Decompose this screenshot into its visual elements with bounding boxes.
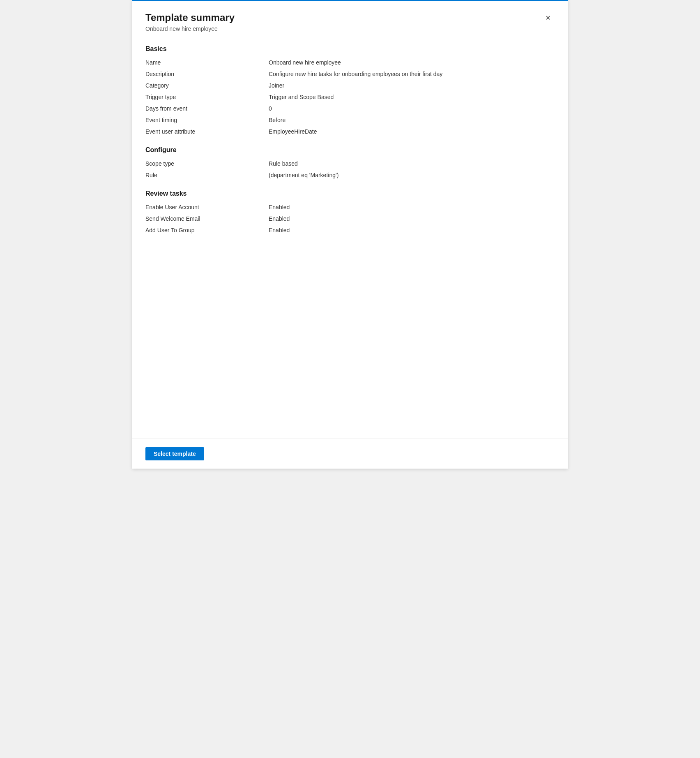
field-label-scope-type: Scope type: [145, 160, 269, 167]
field-row-description: Description Configure new hire tasks for…: [145, 71, 555, 77]
field-value-rule: (department eq 'Marketing'): [269, 172, 555, 178]
field-label-description: Description: [145, 71, 269, 77]
field-value-event-user-attribute: EmployeeHireDate: [269, 128, 555, 135]
field-row-event-user-attribute: Event user attribute EmployeeHireDate: [145, 128, 555, 135]
configure-section: Configure Scope type Rule based Rule (de…: [145, 146, 555, 178]
panel-subtitle: Onboard new hire employee: [145, 25, 235, 32]
field-label-send-welcome-email: Send Welcome Email: [145, 215, 269, 222]
field-label-days-from-event: Days from event: [145, 105, 269, 112]
field-value-description: Configure new hire tasks for onboarding …: [269, 71, 555, 77]
field-label-event-timing: Event timing: [145, 117, 269, 123]
configure-heading: Configure: [145, 146, 555, 154]
field-value-send-welcome-email: Enabled: [269, 215, 555, 222]
basics-section: Basics Name Onboard new hire employee De…: [145, 45, 555, 135]
field-value-name: Onboard new hire employee: [269, 59, 555, 66]
field-label-add-user-to-group: Add User To Group: [145, 227, 269, 233]
basics-heading: Basics: [145, 45, 555, 53]
field-label-event-user-attribute: Event user attribute: [145, 128, 269, 135]
field-value-category: Joiner: [269, 82, 555, 89]
field-label-enable-user-account: Enable User Account: [145, 204, 269, 210]
review-tasks-section: Review tasks Enable User Account Enabled…: [145, 190, 555, 233]
field-value-event-timing: Before: [269, 117, 555, 123]
panel-header: Template summary Onboard new hire employ…: [132, 1, 568, 32]
template-summary-panel: Template summary Onboard new hire employ…: [132, 0, 568, 469]
field-row-trigger-type: Trigger type Trigger and Scope Based: [145, 94, 555, 100]
field-row-add-user-to-group: Add User To Group Enabled: [145, 227, 555, 233]
field-row-send-welcome-email: Send Welcome Email Enabled: [145, 215, 555, 222]
field-value-days-from-event: 0: [269, 105, 555, 112]
field-row-enable-user-account: Enable User Account Enabled: [145, 204, 555, 210]
field-value-scope-type: Rule based: [269, 160, 555, 167]
field-label-name: Name: [145, 59, 269, 66]
field-label-rule: Rule: [145, 172, 269, 178]
field-row-days-from-event: Days from event 0: [145, 105, 555, 112]
close-button[interactable]: ×: [541, 11, 555, 24]
field-row-event-timing: Event timing Before: [145, 117, 555, 123]
panel-title: Template summary: [145, 11, 235, 24]
field-row-rule: Rule (department eq 'Marketing'): [145, 172, 555, 178]
field-value-trigger-type: Trigger and Scope Based: [269, 94, 555, 100]
field-row-name: Name Onboard new hire employee: [145, 59, 555, 66]
select-template-button[interactable]: Select template: [145, 447, 204, 460]
title-block: Template summary Onboard new hire employ…: [145, 11, 235, 32]
panel-footer: Select template: [132, 439, 568, 469]
review-tasks-heading: Review tasks: [145, 190, 555, 197]
field-label-category: Category: [145, 82, 269, 89]
field-row-category: Category Joiner: [145, 82, 555, 89]
field-value-enable-user-account: Enabled: [269, 204, 555, 210]
field-value-add-user-to-group: Enabled: [269, 227, 555, 233]
field-row-scope-type: Scope type Rule based: [145, 160, 555, 167]
close-icon: ×: [546, 14, 550, 22]
field-label-trigger-type: Trigger type: [145, 94, 269, 100]
panel-content: Basics Name Onboard new hire employee De…: [132, 32, 568, 439]
